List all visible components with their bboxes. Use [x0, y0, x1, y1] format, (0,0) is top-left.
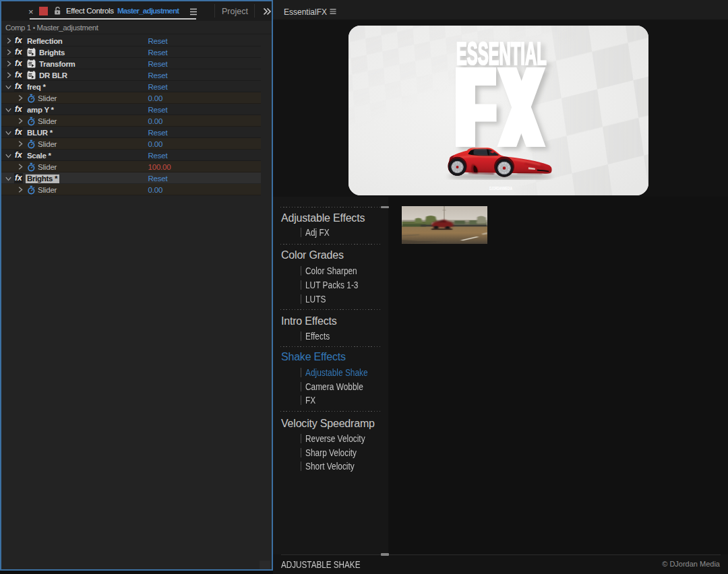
- svg-text:DJORDANMEDIA: DJORDANMEDIA: [489, 186, 512, 191]
- svg-text:ESSENTIAL: ESSENTIAL: [456, 36, 547, 71]
